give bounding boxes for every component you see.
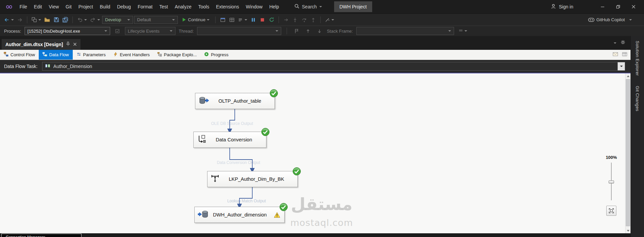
navigate-forward-button[interactable] — [16, 15, 24, 25]
data-flow-task-combo[interactable]: Author_Dimension — [42, 62, 625, 71]
project-badge[interactable]: DWH Project — [334, 1, 372, 12]
github-copilot-button[interactable]: GitHub Copilot — [587, 15, 626, 25]
gear-icon[interactable] — [620, 40, 625, 46]
show-threads-button[interactable] — [292, 26, 300, 36]
redo-button[interactable] — [89, 15, 101, 25]
sign-in-button[interactable]: Sign in — [551, 4, 573, 10]
scroll-down-button[interactable] — [625, 228, 631, 233]
scroll-up-button[interactable] — [625, 73, 631, 79]
zoom-slider[interactable] — [608, 163, 615, 200]
tab-package-explorer[interactable]: Package Explo... — [154, 50, 201, 60]
edge-label: OLE DB Source Output — [197, 121, 267, 126]
menu-git[interactable]: Git — [62, 0, 75, 13]
menu-project[interactable]: Project — [75, 0, 97, 13]
menu-build[interactable]: Build — [96, 0, 114, 13]
success-badge-icon — [269, 89, 278, 98]
lifecycle-events-combo[interactable]: Lifecycle Events — [125, 27, 175, 35]
tab-data-flow[interactable]: Data Flow — [39, 50, 73, 60]
hot-reload-button[interactable] — [219, 15, 227, 25]
down-arrow-icon — [317, 29, 322, 34]
chevron-down-icon — [464, 30, 467, 32]
menu-test[interactable]: Test — [156, 0, 171, 13]
data-flow-canvas[interactable]: مستقل mostaql.com OLE — [0, 73, 625, 233]
menu-format[interactable]: Format — [134, 0, 156, 13]
previous-frame-button[interactable] — [304, 26, 312, 36]
menu-edit[interactable]: Edit — [31, 0, 45, 13]
tab-progress[interactable]: Progress — [200, 50, 232, 60]
menu-analyze[interactable]: Analyze — [171, 0, 195, 13]
open-file-button[interactable] — [43, 15, 51, 25]
document-list-chevron-icon[interactable] — [614, 42, 616, 44]
process-combo[interactable]: [15252] DtsDebugHost.exe — [25, 27, 110, 35]
connection-managers-tab[interactable]: Connection Managers — [1, 234, 82, 237]
solution-platform-combo[interactable]: Default — [134, 16, 178, 24]
solution-explorer-tab[interactable]: Solution Explorer — [635, 41, 640, 76]
edge-label: Lookup Match Output — [211, 199, 282, 203]
menu-debug[interactable]: Debug — [114, 0, 134, 13]
process-value: [15252] DtsDebugHost.exe — [28, 29, 80, 34]
step-out-button[interactable] — [309, 15, 317, 25]
tab-close-icon[interactable] — [73, 41, 77, 47]
document-tab[interactable]: Author_dim.dtsx [Design] — [2, 39, 80, 50]
stack-frame-combo[interactable] — [356, 27, 454, 35]
show-next-statement-button[interactable] — [282, 15, 290, 25]
save-all-button[interactable] — [61, 15, 69, 25]
tab-control-flow[interactable]: Control Flow — [0, 50, 39, 60]
sign-in-label: Sign in — [559, 4, 573, 9]
thread-combo[interactable] — [197, 27, 281, 35]
tab-event-handlers[interactable]: Event Handlers — [109, 50, 154, 60]
maximize-button[interactable] — [610, 0, 626, 13]
dataflow-node-source[interactable]: OLTP_Author_table — [195, 93, 275, 109]
git-changes-tab[interactable]: Git Changes — [635, 86, 640, 111]
solution-configuration-combo[interactable]: Develop — [102, 16, 133, 24]
fit-to-window-button[interactable] — [606, 206, 616, 216]
save-button[interactable] — [52, 15, 60, 25]
step-over-button[interactable] — [300, 15, 308, 25]
search-box[interactable]: Search — [291, 2, 325, 11]
success-badge-icon — [279, 203, 288, 211]
tab-label: Parameters — [83, 52, 106, 57]
stop-debugging-button[interactable] — [258, 15, 266, 25]
next-frame-button[interactable] — [315, 26, 323, 36]
undo-button[interactable] — [76, 15, 88, 25]
layout-icon — [229, 17, 235, 23]
pin-icon[interactable] — [66, 41, 70, 47]
mail-icon[interactable] — [613, 52, 618, 58]
minimize-button[interactable] — [595, 0, 610, 13]
list-options-button[interactable] — [237, 15, 248, 25]
layout-button[interactable] — [228, 15, 236, 25]
close-button[interactable] — [626, 0, 641, 13]
menu-tools[interactable]: Tools — [195, 0, 213, 13]
new-project-button[interactable] — [30, 15, 42, 25]
node-label: Data Conversion — [216, 137, 252, 142]
navigate-back-button[interactable] — [3, 15, 15, 25]
continue-button[interactable]: Continue — [179, 15, 212, 25]
menu-view[interactable]: View — [45, 0, 62, 13]
chevron-down-icon — [84, 19, 87, 21]
scrollbar-thumb[interactable] — [626, 79, 630, 226]
dataflow-node-conversion[interactable]: Data Conversion — [193, 132, 266, 148]
chevron-down-icon — [11, 19, 14, 21]
menu-extensions[interactable]: Extensions — [213, 0, 242, 13]
menu-window[interactable]: Window — [243, 0, 266, 13]
step-into-button[interactable] — [291, 15, 299, 25]
pause-icon — [251, 17, 256, 23]
dataflow-node-lookup[interactable]: LKP_Author_Dim_By_BK — [207, 171, 298, 187]
lifecycle-events-button[interactable] — [114, 26, 122, 36]
break-all-button[interactable] — [249, 15, 257, 25]
menu-help[interactable]: Help — [266, 0, 282, 13]
tab-parameters[interactable]: Parameters — [73, 50, 109, 60]
watermark-url: mostaql.com — [286, 217, 358, 228]
code-cleanup-button[interactable] — [324, 15, 335, 25]
tab-label: Data Flow — [49, 52, 69, 57]
zoom-slider-handle[interactable] — [609, 180, 614, 183]
debugbar-overflow-button[interactable] — [457, 26, 468, 36]
lifecycle-icon — [115, 29, 120, 34]
grid-icon[interactable] — [622, 52, 627, 58]
dataflow-node-destination[interactable]: DWH_Author_dimension — [194, 207, 285, 223]
toolbar-overflow-icon[interactable] — [629, 19, 632, 21]
restart-button[interactable] — [267, 15, 276, 25]
menu-file[interactable]: File — [16, 0, 31, 13]
event-handlers-icon — [113, 52, 118, 58]
data-flow-task-dropdown-button[interactable] — [617, 62, 625, 70]
